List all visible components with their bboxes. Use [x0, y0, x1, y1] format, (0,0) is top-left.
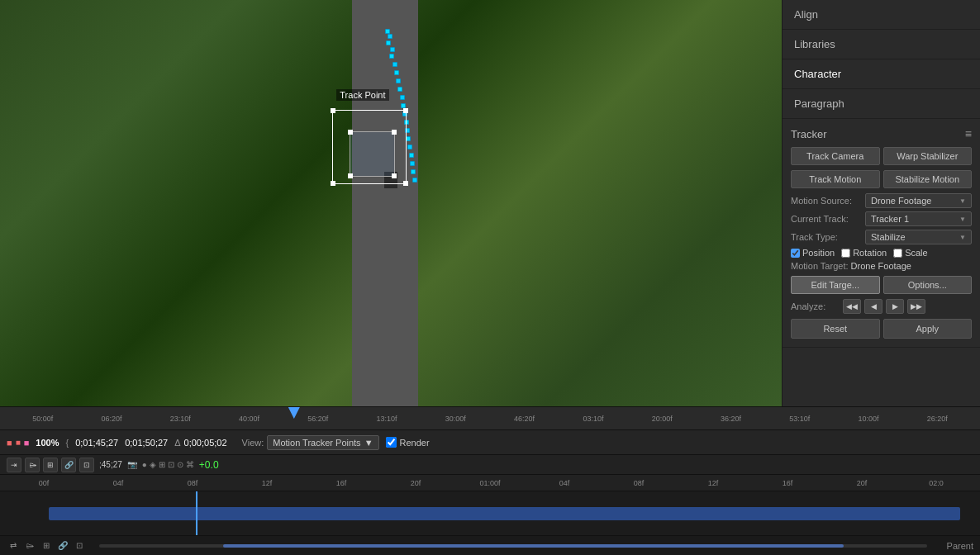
- delta-time-display: Δ 0;00;05;02: [174, 438, 226, 448]
- icon-1: ●: [142, 460, 147, 469]
- motion-target-label: Motion Target:: [791, 261, 849, 271]
- ruler-mark-0: 50:00f: [8, 415, 77, 423]
- ruler-mark-5: 13:10f: [352, 415, 421, 423]
- bottom-icon-5[interactable]: ⊡: [73, 539, 86, 553]
- render-checkbox[interactable]: Render: [386, 437, 430, 448]
- view-dropdown[interactable]: Motion Tracker Points ▼: [267, 435, 378, 450]
- position-label: Position: [802, 248, 835, 258]
- analyze-forward-button[interactable]: ▶▶: [907, 299, 925, 314]
- current-track-dropdown[interactable]: Tracker 1 ▼: [865, 211, 972, 226]
- scale-checkbox[interactable]: Scale: [893, 248, 928, 258]
- tracker-section: Tracker ≡ Track Camera Warp Stabilizer T…: [783, 119, 980, 348]
- ruler-mark-1: 06:20f: [77, 415, 145, 423]
- tracker-menu-icon[interactable]: ≡: [965, 127, 972, 140]
- track-type-value: Stabilize: [871, 232, 906, 242]
- corner-tl[interactable]: [331, 108, 335, 113]
- analyze-prev-button[interactable]: ◀: [864, 299, 882, 314]
- warp-stabilizer-button[interactable]: Warp Stabilizer: [883, 147, 973, 165]
- tracker-buttons-row-1: Track Camera Warp Stabilizer: [791, 147, 972, 165]
- inner-corner-bl[interactable]: [348, 173, 353, 178]
- mini-btn-1[interactable]: ⇥: [7, 458, 21, 472]
- render-check-input[interactable]: [386, 437, 397, 448]
- inner-corner-tr[interactable]: [392, 130, 397, 135]
- rotation-check-input[interactable]: [841, 249, 850, 258]
- mini-btn-3[interactable]: ⊞: [43, 458, 58, 472]
- timeline-ruler[interactable]: 50:00f 06:20f 23:10f 40:00f 56:20f 13:10…: [0, 407, 980, 430]
- analyze-rewind-button[interactable]: ◀◀: [843, 299, 861, 314]
- zoom-bar[interactable]: [99, 544, 927, 548]
- track-type-arrow: ▼: [959, 234, 966, 241]
- track-playhead[interactable]: [196, 491, 197, 535]
- bottom-icon-1[interactable]: ⇄: [7, 539, 20, 553]
- corner-bl[interactable]: [331, 181, 335, 186]
- track-motion-button[interactable]: Track Motion: [791, 170, 880, 188]
- position-checkbox[interactable]: Position: [791, 248, 835, 258]
- icon-6: ⌘: [186, 460, 194, 469]
- color-square-pink: ■: [24, 438, 30, 448]
- view-dropdown-arrow: ▼: [364, 438, 373, 448]
- mini-btn-5[interactable]: ⊡: [79, 458, 94, 472]
- options-button[interactable]: Options...: [883, 276, 973, 294]
- bottom-icons: ⇄ ⌲ ⊞ 🔗 ⊡: [7, 539, 86, 553]
- camera-icon: 📷: [127, 460, 137, 469]
- stabilize-motion-button[interactable]: Stabilize Motion: [883, 170, 973, 188]
- track-mark-11: 20f: [825, 479, 899, 487]
- track-mark-9: 12f: [676, 479, 750, 487]
- second-bar: ⇥ ⌲ ⊞ 🔗 ⊡ ;45;27 📷 ● ◈ ⊞ ⊡ ⊙ ⌘ +0.0: [0, 455, 980, 475]
- rotation-label: Rotation: [853, 248, 887, 258]
- track-type-field: Track Type: Stabilize ▼: [791, 230, 972, 244]
- panel-item-libraries[interactable]: Libraries: [783, 30, 980, 59]
- icon-4: ⊡: [168, 460, 174, 469]
- current-time-display: 0;01;45;27: [75, 438, 118, 448]
- scale-check-input[interactable]: [893, 249, 902, 258]
- time-code-left: ;45;27: [99, 460, 122, 469]
- track-box-inner: [350, 131, 395, 177]
- bottom-icon-2[interactable]: ⌲: [23, 539, 36, 553]
- inner-corner-tl[interactable]: [348, 130, 353, 135]
- position-check-input[interactable]: [791, 249, 800, 258]
- edit-options-row: Edit Targe... Options...: [791, 276, 972, 294]
- delta-time-value: 0;00;05;02: [184, 438, 227, 448]
- brace-icon: {: [66, 438, 69, 448]
- track-mark-2: 08f: [155, 479, 230, 487]
- analyze-play-button[interactable]: ▶: [886, 299, 904, 314]
- motion-source-dropdown[interactable]: Drone Footage ▼: [865, 193, 972, 208]
- mini-controls: ⇥ ⌲ ⊞ 🔗 ⊡: [7, 458, 94, 472]
- current-track-label: Current Track:: [791, 214, 865, 224]
- controls-bar: ■ ■ ■ 100% { 0;01;45;27 0;01;50;27 Δ 0;0…: [0, 430, 980, 455]
- rotation-checkbox[interactable]: Rotation: [841, 248, 887, 258]
- zoom-indicator: [223, 544, 844, 548]
- bottom-icon-4[interactable]: 🔗: [56, 539, 69, 553]
- parent-label: Parent: [947, 541, 973, 551]
- panel-item-character[interactable]: Character: [783, 59, 980, 89]
- current-track-value: Tracker 1: [871, 214, 909, 224]
- corner-br[interactable]: [403, 181, 408, 186]
- ruler-mark-10: 36:20f: [697, 415, 765, 423]
- ruler-mark-13: 26:20f: [903, 415, 972, 423]
- motion-source-label: Motion Source:: [791, 196, 865, 206]
- mini-btn-2[interactable]: ⌲: [25, 458, 40, 472]
- color-square-2: ■: [16, 438, 21, 447]
- track-camera-button[interactable]: Track Camera: [791, 147, 880, 165]
- end-time-value: 0;01;50;27: [125, 438, 168, 448]
- tracker-title: Tracker: [791, 128, 827, 140]
- inner-corner-br[interactable]: [392, 173, 397, 178]
- track-type-dropdown[interactable]: Stabilize ▼: [865, 230, 972, 244]
- corner-tr[interactable]: [403, 108, 408, 113]
- panel-item-paragraph[interactable]: Paragraph: [783, 89, 980, 119]
- edit-target-button[interactable]: Edit Targe...: [791, 276, 880, 294]
- apply-button[interactable]: Apply: [883, 319, 973, 339]
- panel-item-align[interactable]: Align: [783, 0, 980, 30]
- track-point-label: Track Point: [336, 89, 388, 101]
- reset-button[interactable]: Reset: [791, 319, 880, 339]
- track-mark-4: 16f: [304, 479, 378, 487]
- mini-btn-4[interactable]: 🔗: [61, 458, 76, 472]
- track-bar[interactable]: [49, 507, 960, 520]
- icon-5: ⊙: [177, 460, 183, 469]
- bottom-icon-3[interactable]: ⊞: [40, 539, 53, 553]
- render-label: Render: [400, 438, 430, 448]
- analyze-row: Analyze: ◀◀ ◀ ▶ ▶▶: [791, 299, 972, 314]
- timeline-tracks: 00f 04f 08f 12f 16f 20f 01:00f 04f 08f 1…: [0, 475, 980, 535]
- track-type-label: Track Type:: [791, 232, 865, 242]
- icon-2: ◈: [150, 460, 156, 469]
